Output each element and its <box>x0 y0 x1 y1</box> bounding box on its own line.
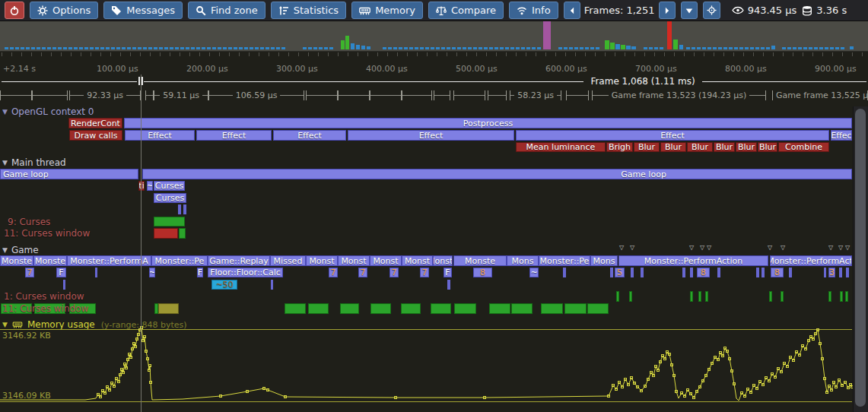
timeline-division-line <box>141 74 141 412</box>
scrollbar-thumb[interactable] <box>855 109 866 407</box>
tracy-profiler-window: Options Messages Find zone Statistics Me… <box>0 0 868 412</box>
memory-usage-chart <box>0 0 868 412</box>
